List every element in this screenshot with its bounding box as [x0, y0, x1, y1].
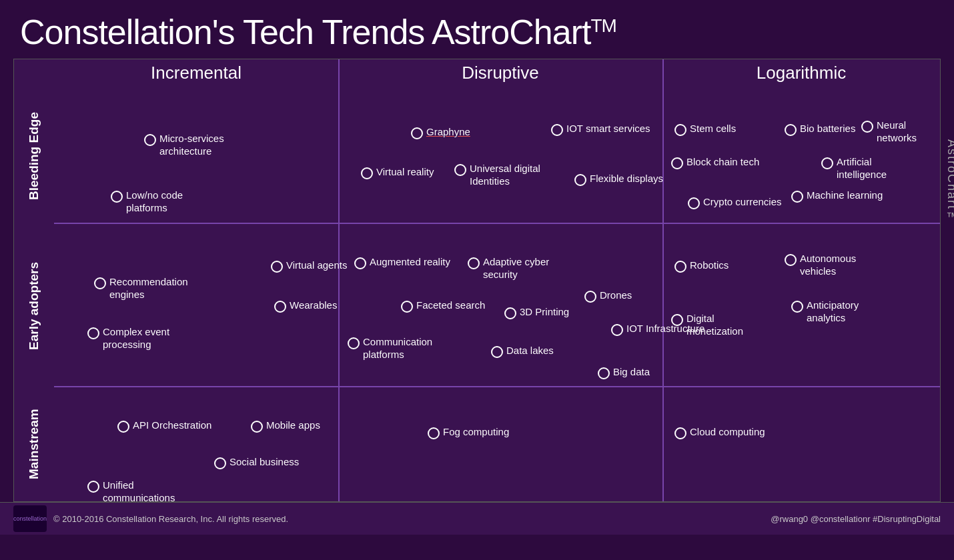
circle-block-chain — [671, 157, 683, 169]
circle-micro-services — [144, 134, 156, 146]
circle-iot-smart — [551, 124, 563, 136]
item-autonomous-vehicles: Autonomous vehicles — [785, 253, 887, 278]
label-artificial-intelligence: Artificial intelligence — [837, 156, 923, 181]
circle-virtual-reality-d — [361, 167, 373, 179]
circle-virtual-agents — [271, 261, 283, 273]
circle-iot-infrastructure — [611, 324, 623, 336]
item-augmented-reality: Augmented reality — [354, 256, 450, 269]
circle-stem-cells — [674, 124, 686, 136]
social-text: @rwang0 @constellationr #DisruptingDigit… — [771, 514, 941, 524]
item-bio-batteries: Bio batteries — [785, 123, 855, 136]
circle-complex-event — [87, 327, 99, 339]
label-drones: Drones — [600, 289, 632, 302]
item-robotics: Robotics — [674, 259, 729, 273]
item-drones: Drones — [584, 289, 632, 303]
label-api-orchestration: API Orchestration — [133, 419, 211, 432]
label-social-business: Social business — [229, 456, 299, 469]
footer-left: constellation © 2010-2016 Constellation … — [13, 505, 288, 532]
page-title: Constellation's Tech Trends AstroChart — [20, 13, 590, 51]
label-robotics: Robotics — [690, 259, 729, 272]
item-graphyne: Graphyne — [411, 126, 470, 139]
item-communication-platforms: Communication platforms — [348, 336, 450, 361]
circle-drones — [584, 291, 596, 303]
col-header-incremental: Incremental — [54, 63, 338, 83]
circle-augmented-reality — [354, 257, 366, 269]
circle-data-lakes — [491, 346, 503, 358]
circle-machine-learning — [791, 191, 803, 203]
circle-digital-monetization — [671, 314, 683, 326]
logo: constellation — [13, 505, 47, 532]
circle-faceted-search — [401, 301, 413, 313]
label-autonomous-vehicles: Autonomous vehicles — [800, 253, 887, 278]
item-3d-printing: 3D Printing — [504, 306, 569, 319]
circle-3d-printing — [504, 307, 516, 319]
label-big-data: Big data — [613, 366, 650, 379]
circle-bio-batteries — [785, 124, 797, 136]
item-cryptocurrencies: Crypto currencies — [688, 196, 782, 209]
circle-anticipatory-analytics — [791, 301, 803, 313]
item-low-no-code: Low/no code platforms — [111, 189, 213, 215]
row-label-bleeding-edge: Bleeding Edge — [14, 89, 54, 223]
item-anticipatory-analytics: Anticipatory analytics — [791, 299, 893, 325]
circle-fog-computing — [428, 427, 440, 439]
circle-api-orchestration — [117, 421, 129, 433]
label-machine-learning: Machine learning — [807, 189, 883, 202]
col-divider-1 — [338, 59, 340, 501]
circle-cryptocurrencies — [688, 197, 700, 209]
label-mobile-apps: Mobile apps — [266, 419, 320, 432]
item-faceted-search: Faceted search — [401, 299, 485, 313]
circle-autonomous-vehicles — [785, 254, 797, 266]
circle-big-data — [598, 367, 610, 379]
item-micro-services: Micro-services architecture — [144, 133, 246, 158]
item-virtual-agents: Virtual agents — [271, 259, 347, 273]
circle-artificial-intelligence — [821, 157, 833, 169]
label-block-chain: Block chain tech — [686, 156, 759, 169]
label-3d-printing: 3D Printing — [520, 306, 569, 319]
label-anticipatory-analytics: Anticipatory analytics — [807, 299, 893, 325]
label-stem-cells: Stem cells — [690, 123, 736, 135]
col-header-disruptive: Disruptive — [338, 63, 662, 83]
copyright-text: © 2010-2016 Constellation Research, Inc.… — [53, 514, 288, 524]
item-data-lakes: Data lakes — [491, 345, 554, 358]
label-iot-smart: IOT smart services — [566, 123, 650, 135]
item-big-data: Big data — [598, 366, 650, 379]
item-stem-cells: Stem cells — [674, 123, 736, 136]
label-augmented-reality: Augmented reality — [370, 256, 450, 269]
item-complex-event: Complex event processing — [87, 326, 189, 351]
item-cloud-computing: Cloud computing — [674, 426, 765, 439]
label-low-no-code: Low/no code platforms — [126, 189, 213, 215]
label-neural-networks: Neural networks — [877, 119, 940, 145]
item-api-orchestration: API Orchestration — [117, 419, 211, 433]
label-data-lakes: Data lakes — [506, 345, 554, 357]
label-recommendation-engines: Recommendation engines — [109, 276, 196, 301]
item-artificial-intelligence: Artificial intelligence — [821, 156, 923, 181]
label-cloud-computing: Cloud computing — [690, 426, 765, 439]
item-unified-communications: Unified communications — [87, 479, 189, 505]
label-universal-digital: Universal digital Identities — [470, 163, 556, 188]
circle-unified-communications — [87, 481, 99, 493]
row-label-mainstream: Mainstream — [14, 393, 54, 496]
item-mobile-apps: Mobile apps — [251, 419, 320, 433]
item-fog-computing: Fog computing — [428, 426, 509, 439]
label-digital-monetization: Digital monetization — [686, 313, 773, 338]
item-block-chain: Block chain tech — [671, 156, 759, 169]
circle-communication-platforms — [348, 337, 360, 349]
circle-graphyne — [411, 127, 423, 139]
label-unified-communications: Unified communications — [103, 479, 189, 505]
circle-robotics — [674, 261, 686, 273]
label-virtual-agents: Virtual agents — [286, 259, 347, 272]
label-wearables: Wearables — [290, 299, 337, 312]
label-flexible-displays: Flexible displays — [590, 173, 663, 185]
item-social-business: Social business — [214, 456, 299, 469]
circle-flexible-displays — [574, 174, 586, 186]
item-recommendation-engines: Recommendation engines — [94, 276, 196, 301]
label-graphyne: Graphyne — [426, 126, 470, 139]
item-universal-digital: Universal digital Identities — [454, 163, 556, 188]
item-wearables: Wearables — [274, 299, 337, 313]
circle-neural-networks — [861, 121, 873, 133]
label-complex-event: Complex event processing — [103, 326, 189, 351]
item-machine-learning: Machine learning — [791, 189, 883, 203]
col-divider-2 — [662, 59, 664, 501]
circle-universal-digital — [454, 164, 466, 176]
circle-low-no-code — [111, 191, 123, 203]
